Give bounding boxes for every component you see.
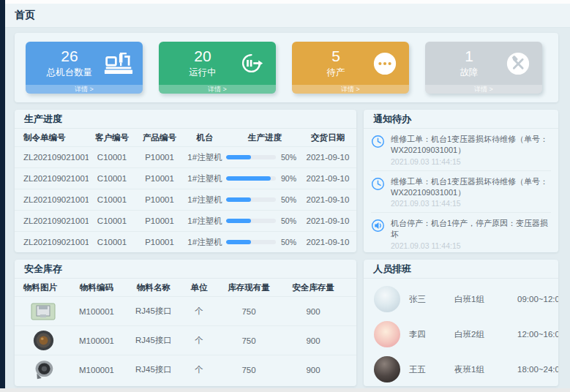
material-unit: 个 — [181, 306, 217, 317]
stat-card-body: 20 运行中 — [159, 42, 276, 85]
staff-time: 18:00~24:00 — [517, 365, 558, 374]
table-row: M100001 RJ45接口 个 750 900 — [15, 325, 356, 355]
staff-row: 张三 白班1组 09:00~12:00 — [374, 282, 548, 317]
stat-label: 运行中 — [168, 67, 237, 79]
notice-time: 2021.09.03 11:44:15 — [391, 157, 551, 166]
tab-home[interactable]: 首页 — [15, 9, 35, 22]
sidebar-edge — [0, 0, 5, 388]
safety-quantity: 900 — [281, 336, 345, 345]
customer-no: C10001 — [89, 174, 135, 183]
notice-item[interactable]: 维修工单：机台1变压器损坏待维修（单号：WX202109031001） 2021… — [371, 170, 551, 213]
customer-no: C10001 — [89, 195, 135, 204]
stat-value: 5 — [301, 48, 370, 65]
staff-name: 王五 — [409, 364, 454, 375]
column-header: 物料名称 — [126, 282, 181, 293]
table-row: ZL202109021001 C10001 P10001 1#注塑机 50% 2… — [15, 231, 356, 252]
bottom-edge — [0, 388, 570, 392]
notice-time: 2021.09.03 11:44:15 — [391, 241, 551, 250]
production-progress-panel: 生产进度 制令单编号 客户编号 产品编号 机台 生产进度 交货日期 ZL2021… — [15, 110, 356, 252]
table-row: M100001 RJ45接口 个 750 900 — [15, 296, 356, 325]
stat-card-text: 5 待产 — [301, 48, 370, 79]
column-header: 交货日期 — [304, 132, 352, 143]
column-header: 生产进度 — [226, 132, 304, 143]
notice-body: 机台停产：机台1停产，停产原因：变压器损坏 2021.09.03 11:44:1… — [391, 218, 551, 250]
column-header: 制令单编号 — [19, 132, 89, 143]
panel-title: 生产进度 — [15, 110, 356, 129]
stock-quantity: 750 — [217, 336, 281, 345]
stat-card-fault[interactable]: 1 故障 — [425, 42, 542, 94]
stat-card-body: 26 总机台数量 — [26, 42, 143, 85]
notice-time: 2021.09.03 11:44:15 — [391, 199, 551, 208]
stock-quantity: 750 — [217, 366, 281, 374]
column-header: 物料图片 — [19, 282, 67, 293]
column-header: 库存现有量 — [217, 282, 281, 293]
staff-time: 12:00~16:00 — [517, 330, 558, 339]
material-code: M100001 — [67, 366, 126, 374]
column-header: 安全库存量 — [281, 282, 345, 293]
clock-icon — [371, 176, 385, 208]
stat-card-waiting[interactable]: 5 待产 详情 > — [292, 42, 409, 94]
notice-item[interactable]: 机台停产：机台1停产，停产原因：变压器损坏 2021.09.03 11:44:1… — [371, 212, 551, 252]
order-no: ZL202109021001 — [19, 195, 89, 204]
notice-item[interactable]: 维修工单：机台1变压器损坏待维修（单号：WX202109031001） 2021… — [371, 129, 551, 170]
staff-row: 王五 夜班1组 18:00~24:00 — [374, 352, 548, 386]
stat-card-detail-link[interactable]: 详情 > — [26, 85, 143, 94]
staff-shift: 白班2组 — [454, 329, 517, 340]
material-unit: 个 — [181, 364, 217, 375]
notice-text: 机台停产：机台1停产，停产原因：变压器损坏 — [391, 218, 551, 240]
avatar — [374, 286, 400, 312]
progress-cell: 50% — [226, 216, 304, 225]
stat-card-running[interactable]: 20 运行中 详情 > — [159, 42, 276, 94]
progress-label: 50% — [281, 153, 296, 162]
material-image-speaker-cone — [19, 360, 67, 380]
notice-list: 维修工单：机台1变压器损坏待维修（单号：WX202109031001） 2021… — [364, 129, 558, 252]
table-row: ZL202109021001 C10001 P10001 1#注塑机 90% 2… — [15, 167, 356, 189]
safety-quantity: 900 — [281, 307, 345, 316]
column-header: 物料编码 — [67, 282, 126, 293]
progress-bar — [226, 155, 276, 159]
machine: 1#注塑机 — [184, 216, 226, 227]
machine: 1#注塑机 — [184, 195, 226, 206]
notice-body: 维修工单：机台1变压器损坏待维修（单号：WX202109031001） 2021… — [391, 176, 551, 208]
progress-label: 50% — [281, 216, 296, 225]
stat-value: 20 — [168, 48, 237, 65]
material-code: M100001 — [67, 307, 126, 316]
stat-card-detail-link[interactable]: 详情 > — [292, 85, 409, 94]
stat-card-text: 1 故障 — [435, 48, 503, 79]
material-name: RJ45接口 — [126, 364, 181, 375]
delivery-date: 2021-09-10 — [304, 153, 352, 162]
dashboard-screen: 首页 26 总机台数量 — [0, 0, 570, 392]
progress-label: 50% — [281, 195, 296, 204]
stat-cards-panel: 26 总机台数量 — [15, 33, 558, 102]
material-code: M100001 — [67, 336, 126, 345]
material-unit: 个 — [181, 335, 217, 346]
progress-cell: 50% — [226, 153, 304, 162]
stat-card-detail-link[interactable]: 详情 > — [159, 85, 276, 94]
staff-schedule-panel: 人员排班 张三 白班1组 09:00~12:00 李四 白班2组 1 — [364, 260, 558, 386]
product-no: P10001 — [135, 238, 184, 246]
table-header-row: 制令单编号 客户编号 产品编号 机台 生产进度 交货日期 — [15, 129, 356, 146]
table-header-row: 物料图片 物料编码 物料名称 单位 库存现有量 安全库存量 — [15, 279, 356, 296]
stat-card-detail-link[interactable]: 详情 > — [425, 85, 542, 94]
stat-value: 1 — [435, 48, 503, 65]
tab-bar: 首页 — [5, 4, 570, 28]
staff-shift: 白班1组 — [454, 294, 517, 305]
product-no: P10001 — [135, 174, 184, 183]
order-no: ZL202109021001 — [19, 216, 89, 225]
stat-card-text: 26 总机台数量 — [35, 48, 104, 79]
ellipsis-icon — [370, 51, 400, 76]
stat-card-total-machines[interactable]: 26 总机台数量 — [26, 42, 143, 94]
progress-cell: 50% — [226, 195, 304, 204]
avatar — [374, 356, 400, 382]
customer-no: C10001 — [89, 238, 135, 246]
avatar — [374, 321, 400, 347]
progress-cell: 90% — [226, 174, 304, 183]
safety-quantity: 900 — [281, 366, 345, 374]
panel-title: 安全库存 — [15, 260, 356, 279]
machine-icon — [104, 52, 133, 75]
panel-title: 人员排班 — [364, 260, 558, 279]
stat-label: 故障 — [435, 67, 503, 79]
progress-bar — [226, 240, 276, 244]
staff-shift: 夜班1组 — [454, 364, 517, 375]
machine: 1#注塑机 — [184, 173, 226, 184]
